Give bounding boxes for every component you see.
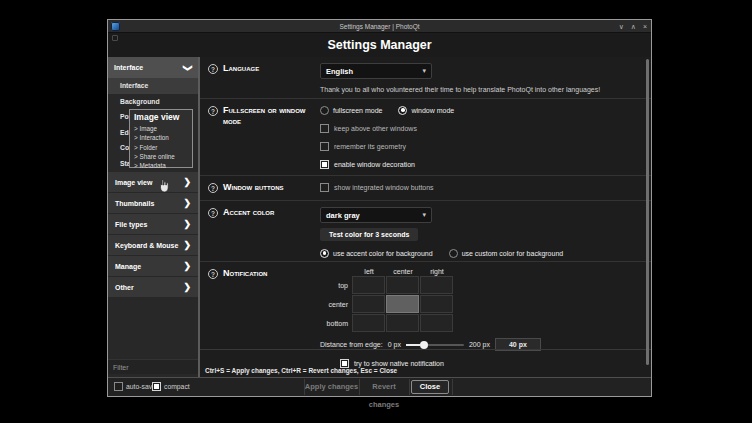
- notification-position-cell[interactable]: [420, 295, 453, 313]
- help-icon[interactable]: ?: [208, 269, 218, 279]
- sidebar-category-label: Image view: [115, 179, 152, 186]
- notification-grid-columns: left center right: [352, 268, 651, 275]
- notification-position-cell[interactable]: [420, 276, 453, 294]
- language-note: Thank you to all who volunteered their t…: [320, 86, 651, 93]
- bottom-bar: auto-save compact Apply changes Revert c…: [108, 377, 651, 396]
- integrated-buttons-checkbox[interactable]: show integrated window buttons: [320, 182, 651, 192]
- sidebar-category-image-view[interactable]: Image view ❯: [108, 172, 198, 192]
- sidebar-category-label: File types: [115, 221, 147, 228]
- sidebar-category-keyboard-mouse[interactable]: Keyboard & Mouse ❯: [108, 235, 198, 255]
- chevron-right-icon: ❯: [183, 198, 191, 208]
- radio-label: use accent color for background: [333, 250, 433, 257]
- checkbox-icon: [152, 382, 161, 391]
- checkbox-label: compact: [164, 383, 190, 390]
- sidebar: Interface ❯ Interface Background Pop Edg…: [108, 57, 198, 377]
- remember-geometry-checkbox[interactable]: remember its geometry: [320, 141, 651, 151]
- help-icon[interactable]: ?: [208, 183, 218, 193]
- sidebar-subitem-interface[interactable]: Interface: [108, 78, 198, 94]
- distance-slider[interactable]: [406, 344, 464, 346]
- fullscreen-mode-radio[interactable]: fullscreen mode: [320, 106, 382, 115]
- chevron-right-icon: ❯: [183, 240, 191, 250]
- sidebar-category-interface[interactable]: Interface ❯: [108, 57, 198, 78]
- radio-icon: [398, 106, 407, 115]
- grid-row-label: bottom: [320, 320, 352, 327]
- tooltip-item: > Image: [134, 124, 188, 133]
- window-decoration-checkbox[interactable]: enable window decoration: [320, 159, 651, 169]
- section-window-buttons: ? Window buttons show integrated window …: [200, 175, 651, 200]
- chevron-down-icon: ▾: [422, 211, 426, 219]
- close-button[interactable]: Close: [411, 380, 449, 394]
- accent-background-radio[interactable]: use accent color for background: [320, 249, 433, 258]
- apply-changes-button[interactable]: Apply changes: [304, 378, 359, 396]
- notification-position-cell[interactable]: [386, 314, 419, 332]
- help-icon[interactable]: ?: [208, 64, 218, 74]
- grid-col-label: center: [386, 268, 420, 275]
- close-icon[interactable]: ×: [643, 20, 647, 33]
- checkbox-icon: [320, 124, 329, 133]
- accent-color-dropdown-value: dark gray: [326, 211, 360, 220]
- sidebar-category-label: Other: [115, 284, 134, 291]
- radio-label: use custom color for background: [462, 250, 564, 257]
- checkbox-label: remember its geometry: [334, 143, 406, 150]
- checkbox-label: keep above other windows: [334, 125, 417, 132]
- radio-label: window mode: [411, 107, 454, 114]
- chevron-right-icon: ❯: [183, 219, 191, 229]
- revert-changes-button[interactable]: Revert changes: [359, 378, 409, 396]
- keep-above-checkbox[interactable]: keep above other windows: [320, 123, 651, 133]
- test-color-button[interactable]: Test color for 3 seconds: [320, 228, 418, 241]
- radio-icon: [320, 249, 329, 258]
- window-mode-radio[interactable]: window mode: [398, 106, 454, 115]
- maximize-icon[interactable]: ∧: [631, 20, 636, 33]
- notification-position-cell[interactable]: [352, 276, 385, 294]
- sidebar-category-thumbnails[interactable]: Thumbnails ❯: [108, 193, 198, 213]
- help-icon[interactable]: ?: [208, 106, 218, 116]
- checkbox-label: show integrated window buttons: [334, 184, 434, 191]
- tooltip-item: > Share online: [134, 152, 188, 161]
- distance-label: Distance from edge:: [320, 341, 383, 348]
- titlebar: Settings Manager | PhotoQt ∨ ∧ ×: [108, 20, 651, 33]
- compact-checkbox[interactable]: compact: [152, 382, 190, 391]
- sidebar-category-file-types[interactable]: File types ❯: [108, 214, 198, 234]
- language-dropdown[interactable]: English ▾: [320, 63, 432, 79]
- auto-save-checkbox[interactable]: auto-save: [114, 382, 156, 391]
- vertical-scrollbar[interactable]: [646, 59, 649, 365]
- minimize-icon[interactable]: ∨: [619, 20, 624, 33]
- sidebar-subitem-background[interactable]: Background: [108, 94, 198, 110]
- distance-max: 200 px: [469, 341, 490, 348]
- notification-position-cell[interactable]: [352, 314, 385, 332]
- filter-input[interactable]: [108, 359, 198, 374]
- section-title: Language: [223, 63, 259, 98]
- chevron-down-icon: ❯: [183, 64, 193, 72]
- language-dropdown-value: English: [326, 67, 353, 76]
- sidebar-category-label: Thumbnails: [115, 200, 154, 207]
- tooltip-title: Image view: [134, 112, 188, 122]
- help-icon[interactable]: ?: [208, 208, 218, 218]
- shortcut-status-bar: Ctrl+S = Apply changes, Ctrl+R = Revert …: [200, 349, 651, 377]
- settings-manager-window: Settings Manager | PhotoQt ∨ ∧ × Setting…: [107, 19, 652, 397]
- accent-color-dropdown[interactable]: dark gray ▾: [320, 207, 432, 223]
- notification-position-cell[interactable]: [386, 276, 419, 294]
- section-fullscreen-mode: ? Fullscreen or window mode fullscreen m…: [200, 98, 651, 175]
- page-header: Settings Manager: [108, 33, 651, 57]
- slider-handle-icon[interactable]: [420, 341, 428, 349]
- photoqt-mini-icon: [112, 35, 118, 41]
- chevron-right-icon: ❯: [183, 177, 191, 187]
- checkbox-icon: [320, 160, 329, 169]
- sidebar-category-manage[interactable]: Manage ❯: [108, 256, 198, 276]
- notification-position-cell[interactable]: [420, 314, 453, 332]
- notification-position-cell[interactable]: [386, 295, 419, 313]
- checkbox-label: enable window decoration: [334, 161, 415, 168]
- chevron-right-icon: ❯: [183, 282, 191, 292]
- checkbox-icon: [114, 382, 123, 391]
- sidebar-category-other[interactable]: Other ❯: [108, 277, 198, 297]
- custom-background-radio[interactable]: use custom color for background: [449, 249, 564, 258]
- section-title: Fullscreen or window mode: [223, 105, 311, 175]
- sidebar-category-label: Interface: [114, 64, 143, 71]
- section-title: Accent color: [223, 207, 274, 261]
- grid-row-label: center: [320, 301, 352, 308]
- checkbox-icon: [320, 183, 329, 192]
- chevron-down-icon: ▾: [422, 67, 426, 75]
- grid-row-label: top: [320, 282, 352, 289]
- section-notification: ? Notification left center right top: [200, 261, 651, 349]
- notification-position-cell[interactable]: [352, 295, 385, 313]
